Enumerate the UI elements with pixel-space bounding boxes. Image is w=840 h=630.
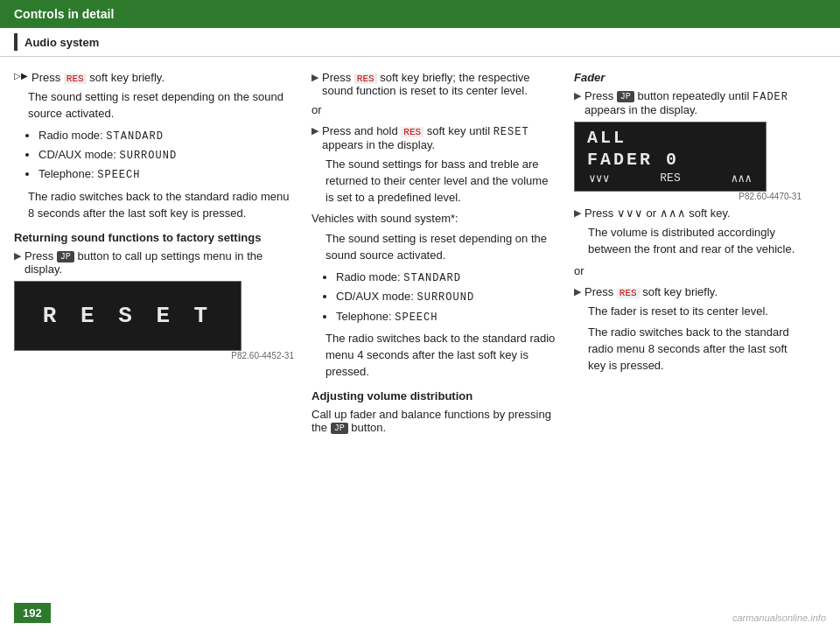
arrow-icon: ▶ xyxy=(574,207,581,219)
fader-line3-right: ∧∧∧ xyxy=(732,172,752,186)
reset-display-container: R E S E T P82.60-4452-31 xyxy=(14,281,294,360)
mid-bullet1: ▶ Press RES soft key briefly; the respec… xyxy=(312,71,556,97)
bass-treble-note: The sound settings for bass and treble a… xyxy=(326,157,556,206)
arrow-icon: ▶ xyxy=(312,72,318,83)
press-button-item: ▶ Press JP button to call up settings me… xyxy=(14,249,294,276)
list-item: CD/AUX mode: SURROUND xyxy=(336,289,556,305)
fader-line3-mid: RES xyxy=(660,172,680,186)
mid-bullet2-text: Press and hold RES soft key until RESET … xyxy=(322,124,556,151)
list-item: Radio mode: STANDARD xyxy=(38,128,294,144)
fader-line3-left: ∨∨∨ xyxy=(589,172,609,186)
list-item: CD/AUX mode: SURROUND xyxy=(38,147,294,164)
header-bar: Controls in detail xyxy=(0,0,840,28)
footer: 192 carmanualsonline.info xyxy=(0,596,840,630)
header-title: Controls in detail xyxy=(14,7,114,21)
adj-vol-icon: JP xyxy=(331,423,348,434)
fader-line3: ∨∨∨ RES ∧∧∧ xyxy=(587,172,753,186)
left-column: ▷▶ Press RES soft key briefly. The sound… xyxy=(14,71,294,434)
arrow-icon: ▶ xyxy=(574,286,581,298)
arrow-icon: ▶ xyxy=(574,90,581,102)
fader-display: ALL FADER 0 ∨∨∨ RES ∧∧∧ xyxy=(574,122,766,192)
list-item: Telephone: SPEECH xyxy=(38,166,294,183)
sound-reset-note2: The sound setting is reset depending on … xyxy=(326,231,556,264)
reset-display: R E S E T xyxy=(14,281,242,351)
watermark: carmanualsonline.info xyxy=(732,612,826,623)
radio-note2: The radio switches back to the standard … xyxy=(326,331,556,381)
or-text-2: or xyxy=(574,263,802,280)
list-item: Telephone: SPEECH xyxy=(336,309,556,326)
main-content: ▷▶ Press RES soft key briefly. The sound… xyxy=(0,57,840,434)
mid-bullet2: ▶ Press and hold RES soft key until RESE… xyxy=(312,124,556,151)
adj-vol-text: Call up fader and balance functions by p… xyxy=(312,408,556,434)
right-bullet3-text: Press RES soft key briefly. xyxy=(584,285,718,298)
left-bullet-list: Radio mode: STANDARD CD/AUX mode: SURROU… xyxy=(38,128,294,184)
fader-line2: FADER 0 xyxy=(587,150,753,170)
mid-bullet-list: Radio mode: STANDARD CD/AUX mode: SURROU… xyxy=(336,270,556,326)
adj-vol-heading: Adjusting volume distribution xyxy=(312,389,556,402)
list-item: Radio mode: STANDARD xyxy=(336,270,556,286)
intro-text: Press RES soft key briefly. xyxy=(32,71,164,84)
mid-bullet1-text: Press RES soft key briefly; the respecti… xyxy=(322,71,556,97)
or-text-1: or xyxy=(312,102,556,119)
fader-display-container: ALL FADER 0 ∨∨∨ RES ∧∧∧ P82.60-4470-31 xyxy=(574,122,802,201)
right-bullet2-text: Press ∨∨∨ or ∧∧∧ soft key. xyxy=(584,206,731,220)
fader-display-caption: P82.60-4470-31 xyxy=(574,192,802,201)
right-bullet1-text: Press JP button repeatedly until FADER a… xyxy=(584,89,802,116)
radio-note3: The radio switches back to the standard … xyxy=(588,325,802,374)
sound-reset-note: The sound setting is reset depending on … xyxy=(28,89,294,122)
sub-header: Audio system xyxy=(0,28,840,57)
page-number: 192 xyxy=(14,603,51,623)
vol-dist-note: The volume is distributed accordingly be… xyxy=(588,225,802,258)
arrow-icon: ▶ xyxy=(14,250,21,262)
right-bullet3: ▶ Press RES soft key briefly. xyxy=(574,285,802,298)
reset-display-caption: P82.60-4452-31 xyxy=(14,351,294,360)
reset-display-text: R E S E T xyxy=(43,303,213,329)
section-heading-factory: Returning sound functions to factory set… xyxy=(14,231,294,244)
fader-reset-note: The fader is reset to its center level. xyxy=(588,304,802,320)
fader-heading: Fader xyxy=(574,71,802,84)
fader-line1: ALL xyxy=(587,128,753,148)
press-button-text: Press JP button to call up settings menu… xyxy=(24,249,294,276)
right-bullet1: ▶ Press JP button repeatedly until FADER… xyxy=(574,89,802,116)
right-column: Fader ▶ Press JP button repeatedly until… xyxy=(574,71,802,434)
arrow-icon: ▶ xyxy=(312,125,318,136)
intro-item: ▷▶ Press RES soft key briefly. xyxy=(14,71,294,84)
mid-column: ▶ Press RES soft key briefly; the respec… xyxy=(312,71,556,434)
double-arrow-icon: ▷▶ xyxy=(14,71,28,80)
right-bullet2: ▶ Press ∨∨∨ or ∧∧∧ soft key. xyxy=(574,206,802,220)
sub-header-bar xyxy=(14,33,18,51)
radio-note: The radio switches back to the standard … xyxy=(28,189,294,222)
sub-header-title: Audio system xyxy=(24,36,99,49)
